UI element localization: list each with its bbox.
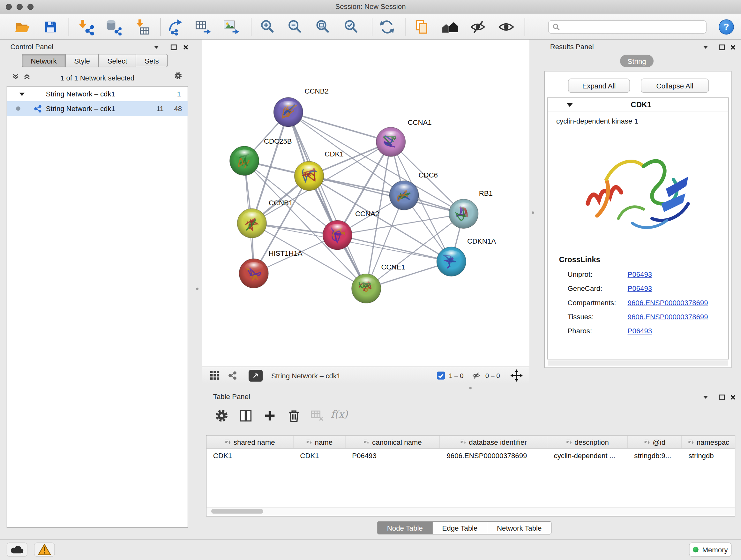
left-splitter-handle[interactable]	[196, 288, 199, 290]
node-label: HIST1H1A	[268, 249, 302, 257]
tab-select[interactable]: Select	[98, 54, 136, 67]
table-row[interactable]: CDK1CDK1P064939606.ENSP00000378699cyclin…	[206, 449, 735, 462]
tab-network-table[interactable]: Network Table	[487, 521, 552, 535]
zoom-in-button[interactable]	[257, 17, 279, 37]
warnings-button[interactable]	[34, 543, 55, 557]
network-edge[interactable]	[288, 112, 391, 142]
network-node-ccna1[interactable]: CCNA1	[376, 118, 432, 157]
table-panel-float-icon[interactable]	[718, 394, 726, 401]
apply-layout-button[interactable]	[376, 17, 398, 37]
node-label: RB1	[479, 189, 493, 197]
import-table-file-button[interactable]	[131, 17, 153, 37]
control-panel-close-icon[interactable]	[182, 44, 190, 51]
tab-style[interactable]: Style	[65, 54, 99, 67]
table-hscrollbar[interactable]	[206, 507, 735, 515]
column-header[interactable]: description	[547, 435, 628, 448]
table-hscrollbar-thumb[interactable]	[211, 509, 263, 514]
memory-label: Memory	[702, 546, 728, 554]
pan-crosshair-icon[interactable]	[510, 369, 523, 382]
results-panel-hscrollbar[interactable]	[548, 361, 728, 366]
export-table-button[interactable]	[192, 17, 214, 37]
copy-button[interactable]	[411, 17, 433, 37]
column-header[interactable]: namespac	[682, 435, 735, 448]
network-share-icon[interactable]	[228, 371, 238, 380]
tab-network[interactable]: Network	[22, 54, 66, 67]
network-canvas[interactable]: CCNB2CCNA1CDC25BCDK1CDC6RB1CCNB1CCNA2CDK…	[202, 40, 529, 367]
column-header[interactable]: canonical name	[346, 435, 440, 448]
warning-icon	[37, 543, 51, 556]
open-in-new-window-button[interactable]	[249, 370, 263, 381]
column-header[interactable]: @id	[628, 435, 682, 448]
network-node-ccne1[interactable]: CCNE1	[352, 263, 405, 303]
crosslink-label: Tissues:	[568, 312, 628, 320]
open-folder-icon	[14, 18, 30, 36]
control-panel-collapse-icon[interactable]	[152, 44, 161, 51]
sort-icon	[306, 438, 312, 446]
control-panel-float-icon[interactable]	[169, 44, 178, 51]
hide-graphics-button[interactable]	[468, 17, 489, 37]
right-splitter-handle[interactable]	[532, 211, 534, 213]
tab-sets[interactable]: Sets	[136, 54, 168, 67]
network-edge[interactable]	[309, 176, 463, 214]
import-network-file-button[interactable]	[76, 17, 97, 37]
search-input[interactable]	[563, 23, 702, 31]
network-options-gear-icon[interactable]	[174, 72, 183, 79]
export-image-button[interactable]	[220, 17, 242, 37]
search-box[interactable]	[548, 20, 706, 34]
network-node-cdkn1a[interactable]: CDKN1A	[436, 237, 496, 276]
gene-section-header[interactable]: CDK1	[548, 98, 728, 112]
column-header[interactable]: database identifier	[440, 435, 547, 448]
tab-edge-table[interactable]: Edge Table	[432, 521, 487, 535]
network-edge[interactable]	[337, 235, 451, 261]
create-column-button[interactable]	[261, 408, 278, 424]
collapse-all-button[interactable]: Collapse All	[641, 78, 709, 92]
network-collection-row[interactable]: String Network – cdk1 1	[7, 86, 188, 101]
export-network-button[interactable]	[165, 17, 187, 37]
network-edge[interactable]	[288, 112, 366, 289]
column-header[interactable]: name	[293, 435, 346, 448]
memory-button[interactable]: Memory	[689, 543, 731, 557]
crosslink-value[interactable]: 9606.ENSP00000378699	[628, 298, 708, 306]
table-settings-button[interactable]	[213, 408, 230, 424]
table-panel-close-icon[interactable]	[729, 394, 737, 401]
bottom-splitter-handle[interactable]	[469, 387, 472, 389]
zoom-out-button[interactable]	[284, 17, 306, 37]
column-label: canonical name	[372, 438, 422, 446]
grid-view-icon[interactable]	[210, 370, 220, 381]
home-button[interactable]	[440, 17, 461, 37]
show-graphics-button[interactable]	[495, 17, 517, 37]
import-network-database-button[interactable]	[103, 17, 124, 37]
column-label: description	[575, 438, 609, 446]
show-columns-button[interactable]	[237, 408, 254, 424]
cloud-button[interactable]	[7, 543, 27, 557]
network-node-rb1[interactable]: RB1	[449, 189, 493, 228]
column-label: @id	[653, 438, 665, 446]
table-panel-collapse-icon[interactable]	[701, 394, 710, 401]
zoom-fit-button[interactable]	[313, 17, 334, 37]
crosslink-value[interactable]: P06493	[628, 270, 652, 278]
crosslink-value[interactable]: 9606.ENSP00000378699	[628, 312, 708, 320]
tab-node-table[interactable]: Node Table	[377, 521, 433, 535]
network-tree: String Network – cdk1 1 String Network –…	[7, 86, 188, 528]
hidden-eye-slash-icon[interactable]	[471, 371, 482, 380]
results-panel-collapse-icon[interactable]	[701, 44, 710, 51]
save-session-button[interactable]	[40, 17, 61, 37]
help-button[interactable]: ?	[719, 19, 734, 35]
results-panel-float-icon[interactable]	[718, 44, 726, 51]
results-panel-close-icon[interactable]	[729, 44, 737, 51]
column-header[interactable]: shared name	[206, 435, 293, 448]
tab-string[interactable]: String	[620, 55, 654, 67]
network-row-selected[interactable]: String Network – cdk1 11 48	[7, 101, 188, 116]
crosslink-value[interactable]: P06493	[628, 327, 652, 334]
network-node-hist1h1a[interactable]: HIST1H1A	[239, 249, 302, 288]
selected-checkbox-icon[interactable]	[436, 371, 445, 380]
section-collapse-triangle-icon[interactable]	[567, 103, 573, 107]
delete-column-button[interactable]	[285, 408, 302, 424]
function-builder-button[interactable]: f(x)	[331, 409, 348, 420]
expand-all-button[interactable]: Expand All	[568, 78, 630, 92]
table-cell: stringdb:9...	[628, 449, 682, 462]
zoom-selected-button[interactable]	[341, 17, 362, 37]
crosslink-value[interactable]: P06493	[628, 284, 652, 292]
collapse-triangle-icon[interactable]	[19, 92, 24, 96]
open-session-button[interactable]	[11, 17, 33, 37]
